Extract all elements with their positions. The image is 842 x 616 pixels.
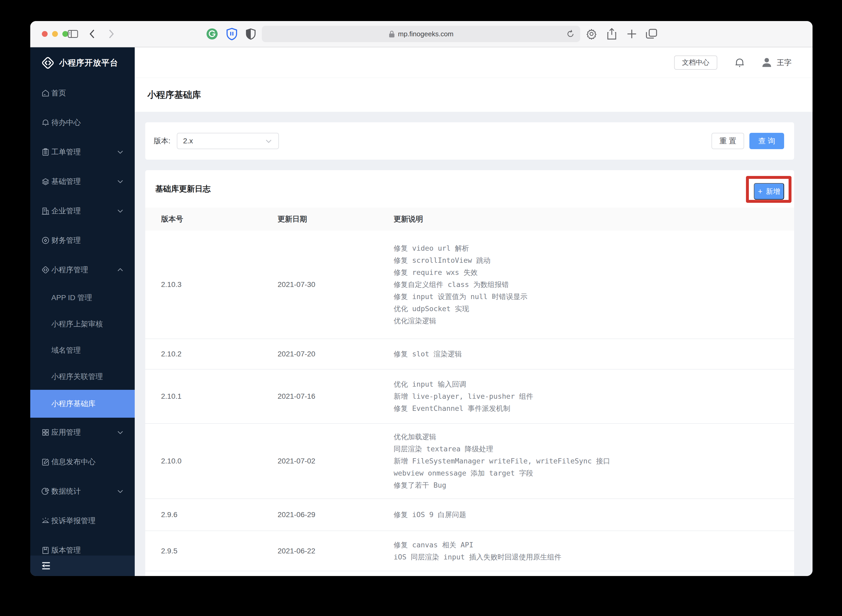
finance-icon [41,236,50,245]
browser-window: mp.finogeeks.com [30,21,813,576]
sidebar-item-9[interactable]: 小程序上架审核 [30,311,135,337]
plus-icon: + [758,188,763,195]
notes-cell: 修复 video url 解析修复 scrollIntoView 跳动修复 re… [394,242,783,327]
sidebar-item-4[interactable]: 基础管理 [30,167,135,196]
sidebar-item-5[interactable]: 企业管理 [30,196,135,226]
reset-button[interactable]: 重 置 [711,133,744,149]
table-row: 2.9.62021-06-29修复 iOS 9 白屏问题 [145,499,794,531]
add-button[interactable]: + 新增 [754,183,784,199]
top-header: 文档中心 王字 [135,47,813,78]
add-button-label: 新增 [766,187,780,196]
sidebar-item-label: 应用管理 [30,427,81,437]
note-line: 修复 require wxs 失效 [394,267,783,279]
building-icon [41,207,50,215]
table-row: 2.9.52021-06-22修复 canvas 相关 APIiOS 同层渲染 … [145,531,794,571]
page-title-bar: 小程序基础库 [135,78,813,112]
url-text: mp.finogeeks.com [398,30,454,38]
note-line: 新增 live-player, live-pusher 组件 [394,390,783,402]
tab-overview-icon[interactable] [645,28,658,40]
table-row: 2.10.32021-07-30修复 video url 解析修复 scroll… [145,231,794,339]
privacy-shield-extension-icon[interactable] [245,28,256,40]
alarm-icon [41,516,50,525]
doc-center-button[interactable]: 文档中心 [674,56,717,70]
note-line: 修复 scrollIntoView 跳动 [394,254,783,267]
date-cell: 2021-07-20 [278,350,394,358]
bell-icon [41,118,50,127]
note-line: 修复 EventChannel 事件派发机制 [394,402,783,415]
sidebar-item-7[interactable]: 小程序管理 [30,255,135,285]
note-line: 修复 input 设置值为 null 时错误显示 [394,290,783,303]
content-area: 版本: 2.x 重 置 查 询 基础库更新日志 [135,112,813,576]
close-window-button[interactable] [42,31,48,37]
address-bar[interactable]: mp.finogeeks.com [262,26,580,42]
sidebar-item-6[interactable]: 财务管理 [30,226,135,255]
grammarly-extension-icon[interactable] [206,28,218,40]
version-cell: 2.9.6 [161,510,278,519]
sidebar-item-label: 小程序基础库 [30,399,96,409]
sidebar-item-label: 投诉举报管理 [30,516,96,526]
sidebar-item-11[interactable]: 小程序关联管理 [30,364,135,390]
sidebar-item-13[interactable]: 应用管理 [30,418,135,447]
note-line: 新增 FileSystemManager writeFile, writeFil… [394,455,783,467]
forward-icon[interactable] [107,29,115,39]
sidebar-item-label: 基础管理 [30,176,81,186]
sidebar-item-label: 待办中心 [30,117,81,128]
chevron-down-icon [117,178,123,185]
pie-icon [41,487,50,496]
sidebar-nav: 首页待办中心工单管理基础管理企业管理财务管理小程序管理APP ID 管理小程序上… [30,78,135,565]
sidebar-item-label: 版本管理 [30,545,81,555]
sidebar-item-8[interactable]: APP ID 管理 [30,285,135,311]
settings-gear-icon[interactable] [586,28,597,40]
username: 王字 [777,57,792,67]
date-cell: 2021-07-16 [278,392,394,400]
notes-cell: 修复 canvas 相关 APIiOS 同层渲染 input 插入失败时回退使用… [394,539,783,563]
notes-cell: 优化 input 输入回调新增 live-player, live-pusher… [394,378,783,415]
version-cell: 2.10.3 [161,280,278,289]
sidebar-item-label: 小程序管理 [30,265,88,275]
version-select[interactable]: 2.x [177,133,279,149]
traffic-lights [42,31,68,37]
chevron-down-icon [117,208,123,214]
sidebar-item-1[interactable]: 首页 [30,78,135,108]
sidebar-item-2[interactable]: 待办中心 [30,108,135,137]
note-line: 修复自定义组件 class 为数组报错 [394,279,783,290]
col-notes: 更新说明 [394,214,783,224]
sidebar-item-16[interactable]: 投诉举报管理 [30,506,135,535]
changelog-header: 基础库更新日志 [145,170,794,208]
note-line: 优化渲染逻辑 [394,315,783,327]
user-menu[interactable]: 王字 [761,57,792,68]
note-line: 修复 canvas 相关 API [394,539,783,551]
new-tab-icon[interactable] [626,29,637,39]
note-line: 同层渲染 textarea 降级处理 [394,443,783,455]
sidebar-item-label: 企业管理 [30,206,81,216]
sidebar-item-14[interactable]: 信息发布中心 [30,447,135,477]
changelog-title: 基础库更新日志 [155,183,210,194]
sidebar-collapse-bar[interactable] [30,556,135,576]
refresh-icon[interactable] [566,29,575,38]
notes-cell: 修复 slot 渲染逻辑 [394,348,783,360]
sidebar-item-label: 信息发布中心 [30,457,96,467]
back-icon[interactable] [88,29,96,39]
sidebar-toggle-icon[interactable] [68,29,78,39]
sidebar-item-3[interactable]: 工单管理 [30,137,135,167]
browser-toolbar: mp.finogeeks.com [30,21,813,47]
minimize-window-button[interactable] [52,31,58,37]
version-cell: 2.10.0 [161,457,278,465]
table-row: 2.10.12021-07-16优化 input 输入回调新增 live-pla… [145,370,794,424]
pause-shield-extension-icon[interactable] [226,28,238,40]
version-cell: 2.10.1 [161,392,278,400]
table-row: 2.10.22021-07-20修复 slot 渲染逻辑 [145,339,794,370]
grid-icon [41,428,50,437]
date-cell: 2021-06-29 [278,510,394,519]
sidebar-item-10[interactable]: 域名管理 [30,337,135,364]
version-select-value: 2.x [183,137,193,145]
platform-logo-text: 小程序开放平台 [59,57,118,68]
sidebar-item-15[interactable]: 数据统计 [30,477,135,506]
notification-bell-icon[interactable] [735,57,745,68]
share-icon[interactable] [607,28,617,40]
col-version: 版本号 [161,214,278,224]
note-line: 优化加载逻辑 [394,431,783,443]
sidebar-item-12[interactable]: 小程序基础库 [30,390,135,418]
miniapp-icon [41,265,50,274]
query-button[interactable]: 查 询 [749,133,784,149]
